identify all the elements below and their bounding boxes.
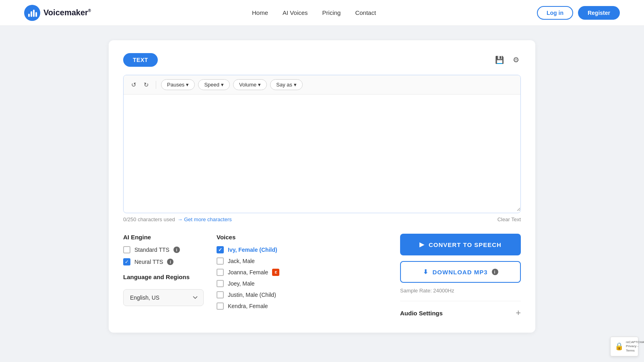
pauses-dropdown[interactable]: Pauses ▾ xyxy=(161,79,195,90)
logo-text: Voicemaker® xyxy=(43,8,91,17)
navbar-nav: Home AI Voices Pricing Contact xyxy=(252,9,376,16)
voice-label-kendra: Kendra, Female xyxy=(228,303,268,309)
text-input[interactable] xyxy=(124,95,520,211)
joanna-badge: E xyxy=(272,269,279,276)
language-region-section: Language and Regions English, US xyxy=(123,274,204,306)
neural-tts-label[interactable]: Neural TTS xyxy=(134,259,163,265)
audio-settings-label: Audio Settings xyxy=(400,310,443,317)
voice-label-justin: Justin, Male (Child) xyxy=(228,292,276,298)
toolbar-separator xyxy=(156,81,156,89)
justin-checkbox[interactable] xyxy=(217,291,224,298)
voice-item-kendra[interactable]: Kendra, Female xyxy=(217,302,387,310)
recaptcha-text: reCAPTCHAPrivacy - Terms xyxy=(626,340,644,353)
main-wrapper: TEXT 💾 ⚙ ↺ ↻ Pauses ▾ Speed ▾ xyxy=(0,26,644,347)
voice-label-jack: Jack, Male xyxy=(228,258,255,264)
voice-item-joey[interactable]: Joey, Male xyxy=(217,280,387,287)
char-count-row: 0/250 characters used → Get more charact… xyxy=(123,216,521,222)
nav-home[interactable]: Home xyxy=(252,9,268,16)
voice-item-justin[interactable]: Justin, Male (Child) xyxy=(217,291,387,298)
checkmark-icon: ✓ xyxy=(125,259,129,265)
download-label: DOWNLOAD MP3 xyxy=(433,269,488,276)
nav-ai-voices[interactable]: AI Voices xyxy=(283,9,308,16)
voices-column: Voices ✓ Ivy, Female (Child) Jack, Male xyxy=(217,234,387,310)
save-button[interactable]: 💾 xyxy=(493,54,506,66)
svg-rect-1 xyxy=(28,14,30,17)
svg-rect-3 xyxy=(33,10,35,17)
audio-settings-row: Audio Settings + xyxy=(400,301,521,318)
volume-chevron-icon: ▾ xyxy=(258,82,261,88)
bottom-section: AI Engine Standard TTS i ✓ Neural TTS xyxy=(123,234,521,318)
logo-icon xyxy=(24,5,40,21)
convert-label: CONVERT TO SPEECH xyxy=(429,241,502,248)
neural-tts-checkbox[interactable]: ✓ xyxy=(123,258,130,265)
ivy-checkbox[interactable]: ✓ xyxy=(217,246,224,253)
logo: Voicemaker® xyxy=(24,5,91,21)
download-mp3-button[interactable]: ⬇ DOWNLOAD MP3 i xyxy=(400,261,521,283)
editor-box: ↺ ↻ Pauses ▾ Speed ▾ Volume ▾ Say as ▾ xyxy=(123,75,521,213)
voice-list: ✓ Ivy, Female (Child) Jack, Male Joanna,… xyxy=(217,246,387,310)
navbar-actions: Log in Register xyxy=(537,6,620,20)
jack-checkbox[interactable] xyxy=(217,257,224,265)
navbar: Voicemaker® Home AI Voices Pricing Conta… xyxy=(0,0,644,26)
voices-label: Voices xyxy=(217,234,387,241)
say-as-dropdown[interactable]: Say as ▾ xyxy=(270,79,303,90)
settings-button[interactable]: ⚙ xyxy=(511,54,521,66)
pauses-chevron-icon: ▾ xyxy=(186,82,189,88)
language-region-label: Language and Regions xyxy=(123,274,204,280)
neural-tts-option: ✓ Neural TTS i xyxy=(123,258,204,265)
language-dropdown[interactable]: English, US xyxy=(123,289,204,306)
nav-contact[interactable]: Contact xyxy=(355,9,376,16)
get-more-characters-link[interactable]: → Get more characters xyxy=(178,216,232,222)
download-icon: ⬇ xyxy=(423,268,429,276)
standard-tts-checkbox[interactable] xyxy=(123,246,130,253)
audio-settings-expand-button[interactable]: + xyxy=(516,308,521,318)
actions-column: ▶ CONVERT TO SPEECH ⬇ DOWNLOAD MP3 i Sam… xyxy=(400,234,521,318)
voice-label-joey: Joey, Male xyxy=(228,280,255,287)
recaptcha-icon: 🔒 xyxy=(615,342,623,351)
standard-tts-label[interactable]: Standard TTS xyxy=(134,247,169,253)
svg-rect-2 xyxy=(31,11,32,17)
checkmark-icon: ✓ xyxy=(218,247,222,253)
register-button[interactable]: Register xyxy=(578,6,620,20)
clear-text-button[interactable]: Clear Text xyxy=(497,216,521,222)
voice-label-joanna: Joanna, Female xyxy=(228,269,268,276)
svg-rect-4 xyxy=(35,12,37,17)
nav-pricing[interactable]: Pricing xyxy=(322,9,341,16)
play-icon: ▶ xyxy=(419,241,425,248)
voice-label-ivy: Ivy, Female (Child) xyxy=(228,247,277,253)
redo-button[interactable]: ↻ xyxy=(142,80,151,90)
ai-engine-column: AI Engine Standard TTS i ✓ Neural TTS xyxy=(123,234,204,306)
text-tab-button[interactable]: TEXT xyxy=(123,53,158,67)
speed-chevron-icon: ▾ xyxy=(221,82,224,88)
speed-dropdown[interactable]: Speed ▾ xyxy=(198,79,230,90)
char-count-text: 0/250 characters used xyxy=(123,216,175,222)
voice-item-ivy[interactable]: ✓ Ivy, Female (Child) xyxy=(217,246,387,253)
ai-engine-label: AI Engine xyxy=(123,234,204,241)
char-count-left: 0/250 characters used → Get more charact… xyxy=(123,216,232,222)
say-as-chevron-icon: ▾ xyxy=(294,82,297,88)
download-info-icon[interactable]: i xyxy=(492,269,498,275)
recaptcha-badge: 🔒 reCAPTCHAPrivacy - Terms xyxy=(610,337,638,356)
login-button[interactable]: Log in xyxy=(537,6,573,20)
standard-tts-info-icon[interactable]: i xyxy=(173,247,180,253)
joey-checkbox[interactable] xyxy=(217,280,224,287)
joanna-checkbox[interactable] xyxy=(217,269,224,276)
neural-tts-info-icon[interactable]: i xyxy=(167,259,173,265)
card-header-icons: 💾 ⚙ xyxy=(493,54,521,66)
sample-rate-text: Sample Rate: 24000Hz xyxy=(400,288,521,294)
kendra-checkbox[interactable] xyxy=(217,302,224,310)
undo-button[interactable]: ↺ xyxy=(129,80,138,90)
voice-item-joanna[interactable]: Joanna, Female E xyxy=(217,269,387,276)
voice-item-jack[interactable]: Jack, Male xyxy=(217,257,387,265)
standard-tts-option: Standard TTS i xyxy=(123,246,204,253)
convert-to-speech-button[interactable]: ▶ CONVERT TO SPEECH xyxy=(400,234,521,255)
editor-toolbar: ↺ ↻ Pauses ▾ Speed ▾ Volume ▾ Say as ▾ xyxy=(124,75,520,95)
main-card: TEXT 💾 ⚙ ↺ ↻ Pauses ▾ Speed ▾ xyxy=(109,40,535,333)
volume-dropdown[interactable]: Volume ▾ xyxy=(233,79,267,90)
card-header: TEXT 💾 ⚙ xyxy=(123,53,521,67)
